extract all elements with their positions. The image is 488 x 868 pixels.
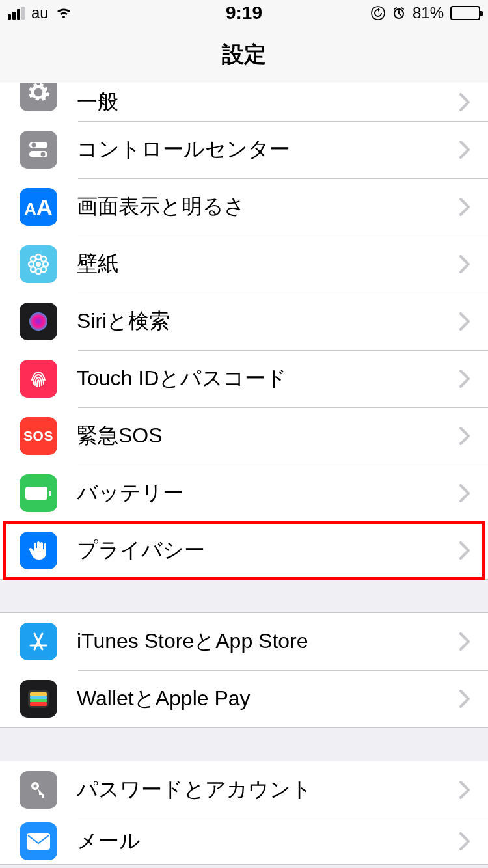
chevron-right-icon [459,255,470,273]
siri-icon [20,303,57,340]
chevron-right-icon [459,141,470,159]
carrier-label: au [31,4,49,22]
sos-icon: SOS [20,417,57,455]
row-label: メール [77,827,459,856]
text-size-icon: AA [20,188,57,226]
battery-icon [20,474,57,512]
chevron-right-icon [459,312,470,331]
svg-point-14 [41,267,46,272]
row-label: iTunes StoreとApp Store [77,627,459,656]
svg-point-3 [32,143,36,148]
svg-point-24 [34,785,37,788]
svg-rect-17 [49,491,51,496]
row-label: プライバシー [77,536,459,565]
row-label: Siriと検索 [77,307,459,336]
chevron-right-icon [459,781,470,799]
settings-row-touchid[interactable]: Touch IDとパスコード [0,350,488,407]
battery-percent: 81% [413,4,444,22]
settings-row-passwords[interactable]: パスワードとアカウント [0,761,488,819]
status-bar: au 9:19 81% [0,0,488,26]
row-label: 緊急SOS [77,422,459,450]
svg-point-12 [41,256,46,262]
chevron-right-icon [459,93,470,111]
settings-row-control[interactable]: コントロールセンター [0,121,488,178]
cellular-signal-icon [8,7,25,20]
settings-list[interactable]: 一般コントロールセンターAA画面表示と明るさ壁紙Siriと検索Touch IDと… [0,83,488,868]
navbar: 設定 [0,26,488,83]
svg-point-11 [31,256,36,262]
settings-row-wallpaper[interactable]: 壁紙 [0,236,488,293]
chevron-right-icon [459,832,470,850]
toggles-icon [20,131,57,169]
wifi-icon [55,7,72,20]
flower-icon [20,245,57,283]
settings-row-privacy[interactable]: プライバシー [0,522,488,579]
gear-icon [20,83,57,111]
settings-row-general[interactable]: 一般 [0,83,488,121]
fingerprint-icon [20,360,57,398]
settings-row-display[interactable]: AA画面表示と明るさ [0,178,488,236]
chevron-right-icon [459,632,470,651]
settings-row-battery[interactable]: バッテリー [0,465,488,522]
key-icon [20,771,57,809]
battery-icon [450,6,480,20]
row-label: パスワードとアカウント [77,776,459,804]
chevron-right-icon [459,370,470,388]
hand-icon [20,532,57,569]
svg-point-6 [36,262,41,267]
alarm-icon [392,6,406,20]
chevron-right-icon [459,484,470,502]
row-label: Touch IDとパスコード [77,364,459,393]
row-label: 画面表示と明るさ [77,193,459,221]
settings-row-sos[interactable]: SOS緊急SOS [0,407,488,465]
svg-point-5 [41,152,46,157]
row-label: バッテリー [77,479,459,508]
settings-row-siri[interactable]: Siriと検索 [0,293,488,350]
mail-icon [20,822,57,860]
settings-row-appstore[interactable]: iTunes StoreとApp Store [0,613,488,670]
svg-rect-16 [25,487,47,500]
clock: 9:19 [226,3,262,23]
svg-rect-22 [30,702,47,706]
appstore-icon [20,623,57,660]
rotation-lock-icon [371,6,385,20]
row-label: 壁紙 [77,250,459,278]
svg-point-15 [29,312,47,331]
chevron-right-icon [459,690,470,708]
chevron-right-icon [459,541,470,560]
page-title: 設定 [222,40,266,70]
chevron-right-icon [459,198,470,216]
settings-row-mail[interactable]: メール [0,819,488,864]
svg-rect-25 [27,833,50,850]
row-label: 一般 [77,88,459,116]
wallet-icon [20,680,57,718]
chevron-right-icon [459,427,470,445]
svg-point-13 [31,267,36,272]
row-label: WalletとApple Pay [77,685,459,713]
row-label: コントロールセンター [77,135,459,164]
settings-row-wallet[interactable]: WalletとApple Pay [0,670,488,727]
